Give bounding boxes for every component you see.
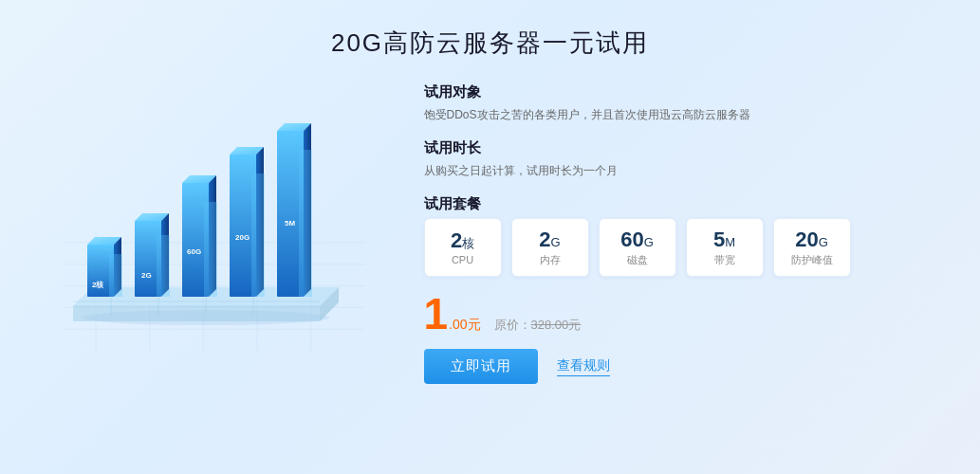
pkg-unit: G [551,235,561,249]
svg-text:2G: 2G [141,271,152,280]
pkg-sub: CPU [452,254,473,265]
svg-text:60G: 60G [187,247,201,256]
button-row: 立即试用 查看规则 [424,349,917,384]
info-panel: 试用对象 饱受DDoS攻击之苦的各类用户，并且首次使用迅云高防云服务器 试用时长… [386,79,917,384]
pkg-unit: G [819,235,828,249]
price-section: 1 .00元 原价：328.00元 [424,292,917,336]
audience-title: 试用对象 [424,83,917,101]
audience-section: 试用对象 饱受DDoS攻击之苦的各类用户，并且首次使用迅云高防云服务器 [424,83,917,124]
pkg-num: 2核 [451,229,474,252]
duration-title: 试用时长 [424,139,917,157]
rules-link[interactable]: 查看规则 [557,357,610,376]
package-card-3: 5M 带宽 [686,218,764,277]
pkg-sub: 防护峰值 [791,253,833,267]
price-integer: 1 [424,292,449,336]
svg-rect-42 [251,173,265,297]
pkg-num: 60G [620,228,654,251]
pkg-sub: 磁盘 [627,253,648,267]
audience-desc: 饱受DDoS攻击之苦的各类用户，并且首次使用迅云高防云服务器 [424,106,917,124]
duration-section: 试用时长 从购买之日起计算，试用时长为一个月 [424,139,917,180]
svg-rect-39 [109,254,122,297]
chart-illustration: 2核 2G 60G 20G [64,69,386,373]
price-main: 1 .00元 [424,292,481,336]
page-title: 20G高防云服务器一元试用 [331,27,649,60]
package-card-1: 2G 内存 [511,218,589,277]
svg-rect-43 [299,150,312,297]
package-title: 试用套餐 [424,195,917,213]
pkg-sub: 内存 [540,253,561,267]
package-cards: 2核 CPU 2G 内存 60G 磁盘 5M 带宽 20G 防护峰值 [424,218,917,277]
svg-text:20G: 20G [235,233,250,242]
svg-text:2核: 2核 [92,281,104,289]
svg-text:5M: 5M [285,219,295,228]
main-content: 2核 2G 60G 20G [64,79,917,384]
package-card-4: 20G 防护峰值 [773,218,851,277]
pkg-num: 2G [539,228,560,251]
pkg-unit: G [644,235,654,249]
svg-rect-41 [204,202,217,297]
package-card-0: 2核 CPU [424,218,502,277]
original-price-value: 328.00元 [531,318,582,332]
pkg-unit: 核 [462,236,474,250]
svg-point-44 [83,310,329,325]
svg-rect-40 [157,235,170,297]
price-decimal: .00元 [449,317,480,334]
package-section: 试用套餐 2核 CPU 2G 内存 60G 磁盘 5M 带宽 [424,195,917,277]
original-price-label: 原价： [494,318,531,332]
pkg-num: 20G [795,228,828,251]
duration-desc: 从购买之日起计算，试用时长为一个月 [424,162,917,180]
package-card-2: 60G 磁盘 [599,218,676,277]
trial-button[interactable]: 立即试用 [424,349,538,384]
original-price: 原价：328.00元 [494,316,582,334]
pkg-num: 5M [713,228,735,251]
pkg-unit: M [725,235,735,249]
pkg-sub: 带宽 [714,253,735,267]
